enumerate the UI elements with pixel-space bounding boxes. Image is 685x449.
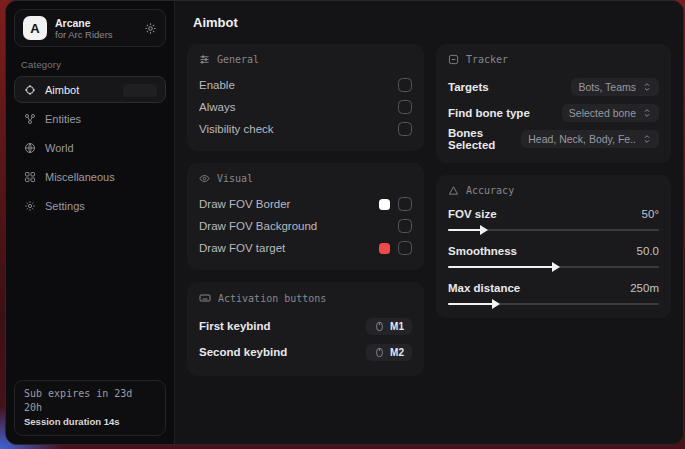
bones-selected-dropdown[interactable]: Head, Neck, Body, Fe.. — [521, 130, 659, 148]
desktop-background: A Arcane for Arc Riders Category — [0, 0, 685, 449]
chevrons-up-down-icon — [642, 82, 652, 92]
app-header-card: A Arcane for Arc Riders — [14, 9, 166, 47]
card-title: Accuracy — [466, 185, 514, 196]
sidebar: A Arcane for Arc Riders Category — [6, 1, 175, 444]
app-logo: A — [23, 16, 47, 40]
card-title: Visual — [217, 173, 253, 184]
setting-row-bones-selected: Bones Selected Head, Neck, Body, Fe.. — [448, 126, 659, 152]
visibility-check-checkbox[interactable] — [398, 122, 412, 136]
sliders-icon — [199, 54, 210, 65]
chevrons-up-down-icon — [642, 108, 652, 118]
setting-label: Draw FOV Border — [199, 198, 290, 210]
accuracy-card: Accuracy FOV size 50° — [436, 175, 671, 318]
fov-border-checkbox[interactable] — [398, 197, 412, 211]
card-title: Tracker — [466, 54, 508, 65]
sidebar-nav: Aimbot Entities — [14, 76, 166, 219]
fov-target-color-swatch[interactable] — [379, 243, 390, 254]
app-window: A Arcane for Arc Riders Category — [5, 0, 684, 445]
setting-row-always: Always — [199, 96, 412, 118]
sidebar-item-label: Entities — [45, 113, 81, 125]
dropdown-value: Head, Neck, Body, Fe.. — [528, 133, 636, 145]
sidebar-item-label: World — [45, 142, 74, 154]
general-card: General Enable Always Visibility check — [187, 44, 424, 151]
keybind-value: M1 — [390, 321, 404, 332]
fov-border-color-swatch[interactable] — [379, 199, 390, 210]
subscription-status-box: Sub expires in 23d 20h Session duration … — [14, 380, 166, 436]
grid-icon — [24, 171, 36, 183]
setting-row-first-keybind: First keybind M1 — [199, 313, 412, 339]
sidebar-item-label: Aimbot — [45, 84, 79, 96]
page-title: Aimbot — [193, 15, 671, 30]
setting-label: Always — [199, 101, 235, 113]
card-title: Activation buttons — [218, 293, 326, 304]
slider-value: 250m — [630, 282, 659, 294]
sidebar-item-entities[interactable]: Entities — [14, 105, 166, 132]
setting-label: Visibility check — [199, 123, 274, 135]
tracker-card: Tracker Targets Bots, Teams — [436, 44, 671, 163]
setting-row-fov-border: Draw FOV Border — [199, 193, 412, 215]
category-label: Category — [21, 59, 166, 70]
slider-label: Smoothness — [448, 245, 517, 257]
setting-label: Bones Selected — [448, 127, 521, 151]
sidebar-item-world[interactable]: World — [14, 134, 166, 161]
setting-label: Find bone type — [448, 107, 530, 119]
slider-thumb[interactable] — [492, 299, 500, 309]
slider-value: 50.0 — [637, 245, 659, 257]
first-keybind-button[interactable]: M1 — [366, 318, 412, 335]
scan-target-icon — [448, 54, 459, 65]
sidebar-item-label: Settings — [45, 200, 85, 212]
setting-row-targets: Targets Bots, Teams — [448, 74, 659, 100]
chevrons-up-down-icon — [642, 134, 652, 144]
setting-row-fov-target: Draw FOV target — [199, 237, 412, 259]
setting-label: Draw FOV target — [199, 242, 285, 254]
entities-icon — [24, 113, 36, 125]
setting-label: Draw FOV Background — [199, 220, 317, 232]
activation-buttons-card: Activation buttons First keybind M1 — [187, 282, 424, 376]
setting-row-find-bone-type: Find bone type Selected bone — [448, 100, 659, 126]
sub-expires-text: Sub expires in 23d 20h — [24, 387, 156, 415]
fov-background-checkbox[interactable] — [398, 219, 412, 233]
sidebar-item-label: Miscellaneous — [45, 171, 115, 183]
enable-checkbox[interactable] — [398, 78, 412, 92]
fov-target-checkbox[interactable] — [398, 241, 412, 255]
slider-group-smoothness: Smoothness 50.0 — [448, 242, 659, 268]
setting-row-visibility-check: Visibility check — [199, 118, 412, 140]
setting-label: Targets — [448, 81, 489, 93]
card-title: General — [217, 54, 259, 65]
gear-icon[interactable] — [144, 22, 157, 35]
main-content: Aimbot General — [175, 1, 683, 444]
keybind-hint-pill — [123, 84, 157, 97]
slider-value: 50° — [642, 208, 659, 220]
always-checkbox[interactable] — [398, 100, 412, 114]
targets-dropdown[interactable]: Bots, Teams — [571, 78, 659, 96]
sidebar-item-settings[interactable]: Settings — [14, 192, 166, 219]
second-keybind-button[interactable]: M2 — [366, 344, 412, 361]
eye-icon — [199, 173, 210, 184]
dropdown-value: Selected bone — [569, 107, 636, 119]
gear-icon — [24, 200, 36, 212]
slider-thumb[interactable] — [480, 225, 488, 235]
sidebar-item-aimbot[interactable]: Aimbot — [14, 76, 166, 103]
app-subtitle: for Arc Riders — [55, 29, 136, 40]
globe-icon — [24, 142, 36, 154]
smoothness-slider[interactable] — [448, 266, 659, 268]
app-meta: Arcane for Arc Riders — [55, 17, 136, 40]
slider-label: FOV size — [448, 208, 497, 220]
keybind-value: M2 — [390, 347, 404, 358]
visual-card: Visual Draw FOV Border Draw FOV Backgrou… — [187, 163, 424, 270]
mouse-icon — [374, 321, 385, 332]
max-distance-slider[interactable] — [448, 303, 659, 305]
fov-size-slider[interactable] — [448, 229, 659, 231]
setting-row-fov-background: Draw FOV Background — [199, 215, 412, 237]
slider-group-fov-size: FOV size 50° — [448, 205, 659, 231]
dropdown-value: Bots, Teams — [578, 81, 636, 93]
sidebar-item-miscellaneous[interactable]: Miscellaneous — [14, 163, 166, 190]
keyboard-icon — [199, 292, 211, 304]
mouse-icon — [374, 347, 385, 358]
find-bone-type-dropdown[interactable]: Selected bone — [562, 104, 659, 122]
app-name: Arcane — [55, 17, 136, 29]
setting-row-enable: Enable — [199, 74, 412, 96]
setting-label: Second keybind — [199, 346, 287, 358]
session-duration-text: Session duration 14s — [24, 415, 156, 428]
slider-thumb[interactable] — [552, 262, 560, 272]
